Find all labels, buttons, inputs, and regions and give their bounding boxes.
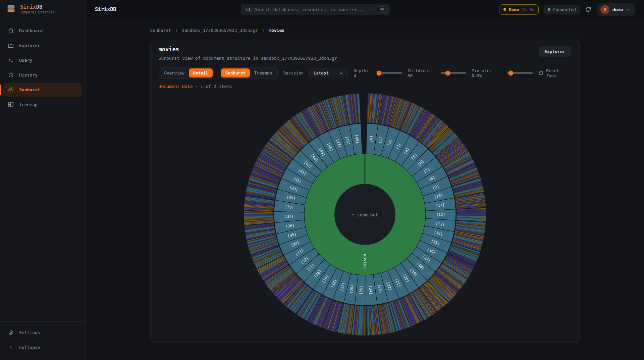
breadcrumb-item[interactable]: Sunburst bbox=[150, 28, 171, 33]
explorer-button[interactable]: Explorer bbox=[539, 46, 571, 57]
breadcrumb-item[interactable]: sandbox_1770393657923_3dcn3gr bbox=[182, 28, 258, 33]
collapse-icon bbox=[8, 344, 14, 351]
connection-status-badge: Connected bbox=[544, 5, 580, 14]
logo: SirixDB Temporal Database bbox=[0, 0, 85, 19]
search-icon bbox=[246, 7, 251, 12]
search-box[interactable]: ⌘K bbox=[241, 4, 390, 15]
sidebar-item-explorer[interactable]: Explorer bbox=[3, 39, 82, 52]
terminal-icon bbox=[8, 57, 14, 63]
slider-thumb[interactable] bbox=[445, 70, 450, 75]
sunburst-child-label[interactable]: [0] bbox=[369, 135, 374, 142]
demo-badge: Demo 1h 9m bbox=[499, 4, 539, 15]
sunburst-child-label[interactable]: [25] bbox=[359, 286, 363, 295]
sidebar-item-collapse[interactable]: Collapse bbox=[3, 341, 82, 354]
revision-label: Revision bbox=[283, 70, 304, 75]
sunburst-child-label[interactable]: [37] bbox=[284, 214, 293, 219]
breadcrumb-item: movies bbox=[269, 28, 284, 33]
slider-minarc: Min arc: 0.5% bbox=[472, 68, 532, 78]
revision-select[interactable]: Latest bbox=[309, 68, 348, 78]
demo-time: 1h 9m bbox=[522, 7, 534, 12]
document-status: Document Data · 1 of 2 items bbox=[159, 84, 571, 89]
zoom-out-label[interactable]: ↑ zoom out bbox=[352, 212, 378, 217]
gear-icon bbox=[8, 329, 14, 336]
slider-depth: Depth: 4 bbox=[354, 68, 402, 78]
sidebar-nav: DashboardExplorerQueryHistorySunburstTre… bbox=[0, 19, 85, 321]
sidebar-item-treemap[interactable]: Treemap bbox=[3, 98, 82, 111]
home-icon bbox=[8, 28, 14, 34]
tab-detail[interactable]: Detail bbox=[189, 68, 213, 78]
reset-zoom-label: Reset Zoom bbox=[546, 68, 571, 78]
sidebar-item-settings[interactable]: Settings bbox=[3, 326, 82, 340]
sidebar-item-label: Sunburst bbox=[19, 87, 40, 92]
sunburst-root-label[interactable]: movies bbox=[363, 254, 367, 268]
sunburst-icon bbox=[8, 87, 14, 93]
clock-icon bbox=[8, 72, 14, 78]
demo-dot bbox=[503, 8, 506, 11]
slider-label: Depth: 4 bbox=[354, 68, 373, 78]
sidebar: SirixDB Temporal Database DashboardExplo… bbox=[0, 0, 86, 360]
search-shortcut-badge: ⌘K bbox=[378, 6, 387, 13]
sunburst-panel: movies Sunburst view of document structu… bbox=[150, 40, 580, 343]
slider-track[interactable] bbox=[377, 72, 402, 74]
avatar: D bbox=[600, 5, 609, 14]
document-data-label: Document Data bbox=[159, 84, 193, 89]
sidebar-item-label: Collapse bbox=[19, 345, 40, 350]
sunburst-child-label[interactable]: [24] bbox=[368, 286, 373, 295]
slider-label: Min arc: 0.5% bbox=[472, 68, 504, 78]
tab-treemap[interactable]: Treemap bbox=[250, 68, 276, 78]
sidebar-item-label: Explorer bbox=[19, 43, 40, 48]
slider-label: Children: 50 bbox=[408, 68, 437, 78]
controls-row: OverviewDetail SunburstTreemap Revision … bbox=[159, 67, 571, 79]
slider-track[interactable] bbox=[441, 72, 466, 74]
reset-zoom-button[interactable]: Reset Zoom bbox=[538, 68, 571, 78]
slider-thumb[interactable] bbox=[508, 70, 514, 75]
sidebar-item-label: Settings bbox=[19, 330, 40, 335]
sidebar-item-dashboard[interactable]: Dashboard bbox=[3, 24, 82, 38]
folder-icon bbox=[8, 42, 14, 49]
chart-mode-toggle: SunburstTreemap bbox=[220, 67, 278, 79]
treemap-icon bbox=[8, 101, 14, 108]
slider-track[interactable] bbox=[507, 72, 533, 74]
refresh-icon[interactable] bbox=[585, 6, 592, 13]
sidebar-item-label: Query bbox=[19, 58, 32, 63]
user-name: demo bbox=[612, 7, 623, 12]
active-indicator-bar bbox=[0, 85, 1, 95]
connected-label: Connected bbox=[553, 7, 576, 12]
topbar-title: SirixDB bbox=[95, 6, 116, 12]
chevron-down-icon bbox=[626, 7, 631, 12]
sunburst-child-label[interactable]: [12] bbox=[436, 212, 445, 217]
sunburst-child-label[interactable]: [38] bbox=[285, 205, 294, 210]
app-title: SirixDB bbox=[20, 4, 54, 10]
sidebar-item-label: Treemap bbox=[19, 102, 38, 107]
sidebar-item-label: Dashboard bbox=[19, 28, 43, 33]
tab-overview[interactable]: Overview bbox=[160, 68, 189, 78]
reset-zoom-icon bbox=[538, 70, 544, 76]
panel-subtitle: Sunburst view of document structure in s… bbox=[159, 56, 337, 61]
breadcrumb: Sunburstsandbox_1770393657923_3dcn3grmov… bbox=[150, 28, 580, 33]
demo-label: Demo bbox=[509, 7, 519, 12]
chevron-right-icon bbox=[261, 28, 266, 33]
revision-value: Latest bbox=[314, 70, 329, 75]
search-input[interactable] bbox=[255, 7, 374, 12]
slider-thumb[interactable] bbox=[377, 70, 382, 75]
chevron-down-icon bbox=[339, 71, 343, 75]
slider-children: Children: 50 bbox=[408, 68, 466, 78]
item-count: 1 of 2 items bbox=[201, 84, 232, 89]
panel-title: movies bbox=[159, 46, 337, 53]
topbar: SirixDB ⌘K Demo 1h 9m Connected D bbox=[86, 0, 644, 19]
chevron-right-icon bbox=[174, 28, 179, 33]
connected-dot bbox=[548, 8, 550, 11]
sunburst-chart[interactable]: ↑ zoom outmovies[0][1][2][3][4][5][6][7]… bbox=[159, 89, 571, 340]
view-mode-toggle: OverviewDetail bbox=[159, 67, 214, 79]
database-logo-icon bbox=[6, 4, 16, 15]
sidebar-item-sunburst[interactable]: Sunburst bbox=[3, 83, 82, 97]
sidebar-item-label: History bbox=[19, 72, 38, 78]
tab-sunburst[interactable]: Sunburst bbox=[221, 68, 250, 78]
separator-dot: · bbox=[195, 84, 198, 89]
sidebar-item-query[interactable]: Query bbox=[3, 53, 82, 67]
app-subtitle: Temporal Database bbox=[20, 10, 54, 15]
user-menu[interactable]: D demo bbox=[597, 3, 635, 16]
sidebar-item-history[interactable]: History bbox=[3, 68, 82, 82]
sidebar-footer: SettingsCollapse bbox=[0, 321, 85, 360]
